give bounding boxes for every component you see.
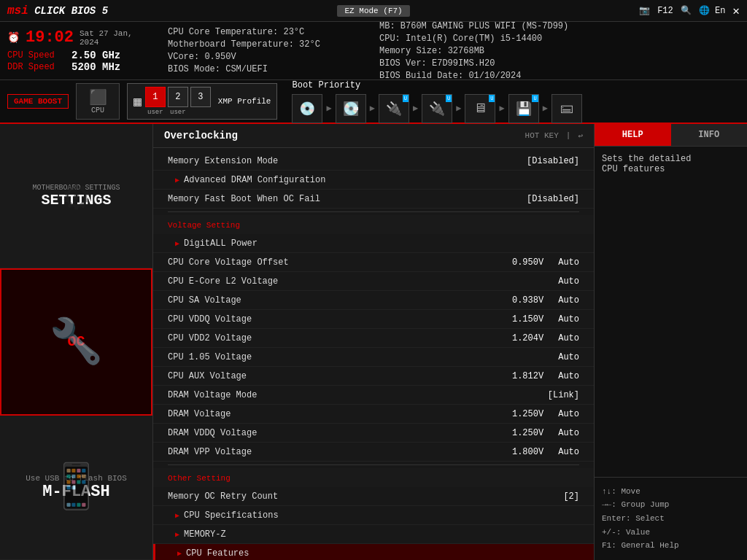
separator-icon: | — [566, 131, 571, 140]
close-button[interactable]: ✕ — [732, 4, 740, 18]
ddr-speed-label: DDR Speed — [7, 62, 66, 72]
setting-name: Memory Fast Boot When OC Fail — [168, 194, 527, 204]
xmp-button-1[interactable]: 1 — [145, 87, 166, 107]
ez-mode-button[interactable]: EZ Mode (F7) — [337, 5, 409, 17]
setting-cpu-vddq-voltage[interactable]: CPU VDDQ Voltage 1.150V Auto — [153, 310, 594, 329]
sidebar-item-mflash[interactable]: 📱 Use USB to flash BIOS M-FLASH — [0, 416, 152, 560]
separator-2 — [168, 464, 579, 465]
setting-value-auto: Auto — [558, 295, 579, 306]
ddr-speed-value: 5200 MHz — [71, 61, 120, 73]
boot-device-drive[interactable]: 🖴 — [551, 94, 582, 123]
setting-name: CPU Core Voltage Offset — [168, 257, 512, 268]
setting-memory-extension[interactable]: Memory Extension Mode [Disabled] — [153, 152, 594, 171]
main-area: ⚙ Motherboard settings SETTINGS 🔧 OC 📱 U… — [0, 124, 747, 560]
cpu-speed-label: CPU Speed — [7, 50, 66, 61]
usb-badge-3: U — [489, 95, 495, 102]
setting-dram-vddq-voltage[interactable]: DRAM VDDQ Voltage 1.250V Auto — [153, 424, 594, 443]
boot-device-optical[interactable]: 💽 — [336, 94, 366, 123]
back-icon[interactable]: ↩ — [578, 131, 583, 141]
setting-name: DRAM VPP Voltage — [168, 447, 512, 457]
mb-temp-row: Motherboard Temperature: 32°C — [168, 39, 372, 50]
key-guide-group-jump: →←: Group Jump — [602, 498, 740, 512]
search-icon[interactable]: 🔍 — [681, 5, 692, 16]
setting-value: [Link] — [548, 390, 579, 400]
sidebar-item-oc[interactable]: 🔧 OC — [0, 268, 152, 415]
sidebar: ⚙ Motherboard settings SETTINGS 🔧 OC 📱 U… — [0, 124, 153, 560]
setting-dram-voltage[interactable]: DRAM Voltage 1.250V Auto — [153, 405, 594, 424]
mem-size-value: 32768MB — [448, 46, 484, 56]
setting-value-num: 1.800V — [512, 447, 543, 457]
setting-cpu-specs[interactable]: CPU Specifications — [153, 506, 594, 525]
xmp-button-3[interactable]: 3 — [190, 87, 211, 107]
cpu-temp-value: 23°C — [283, 27, 304, 37]
game-boost-label[interactable]: GAME BOOST — [7, 94, 69, 109]
setting-cpu-vdd2-voltage[interactable]: CPU VDD2 Voltage 1.204V Auto — [153, 329, 594, 348]
setting-name: DRAM VDDQ Voltage — [168, 428, 512, 438]
boot-device-usb3[interactable]: 🖥 U — [465, 94, 495, 123]
language-selector[interactable]: 🌐 En — [699, 5, 726, 16]
cpu-temp-label: CPU Core Temperature: — [168, 27, 278, 37]
setting-name: CPU Specifications — [184, 510, 579, 521]
setting-value-auto: Auto — [558, 314, 579, 324]
mid-bar: GAME BOOST ⬛ CPU ▦ 1 2 3 user user XMP P… — [0, 80, 747, 124]
cpu-icon: ⬛ — [89, 88, 107, 106]
bios-build-row: BIOS Build Date: 01/10/2024 — [379, 71, 740, 81]
setting-memory-retry[interactable]: Memory OC Retry Count [2] — [153, 487, 594, 506]
setting-advanced-dram[interactable]: Advanced DRAM Configuration — [153, 171, 594, 190]
xmp-icon: ▦ — [133, 93, 142, 109]
setting-value-auto: Auto — [558, 428, 579, 438]
cpu-speed-row: CPU Speed 2.50 GHz — [7, 50, 153, 61]
boot-device-usb1[interactable]: 🔌 U — [379, 94, 409, 123]
setting-cpu-aux-voltage[interactable]: CPU AUX Voltage 1.812V Auto — [153, 367, 594, 386]
bios-build-value: 01/10/2024 — [468, 71, 521, 81]
bios-mode-row: BIOS Mode: CSM/UEFI — [168, 64, 372, 74]
setting-name: CPU VDD2 Voltage — [168, 333, 512, 343]
boot-priority-title: Boot Priority — [292, 80, 740, 90]
setting-name: DRAM Voltage — [168, 409, 512, 419]
boot-device-hdd[interactable]: 💿 — [292, 94, 322, 123]
time-line: ⏰ 19:02 Sat 27 Jan, 2024 — [7, 28, 153, 47]
section-title: Overclocking — [164, 130, 238, 141]
separator-1 — [168, 211, 579, 212]
mem-size-label: Memory Size: — [379, 46, 442, 56]
sidebar-item-settings[interactable]: ⚙ Motherboard settings SETTINGS — [0, 124, 152, 268]
setting-cpu-sa-voltage[interactable]: CPU SA Voltage 0.938V Auto — [153, 291, 594, 310]
setting-name: Memory OC Retry Count — [168, 491, 563, 502]
setting-dram-vpp-voltage[interactable]: DRAM VPP Voltage 1.800V Auto — [153, 443, 594, 462]
setting-digitall-power[interactable]: DigitALL Power — [153, 234, 594, 253]
setting-name: CPU SA Voltage — [168, 295, 512, 306]
bios-ver-label: BIOS Ver: — [379, 58, 427, 69]
screenshot-icon[interactable]: 📷 — [639, 5, 650, 16]
setting-cpu-105-voltage[interactable]: CPU 1.05 Voltage Auto — [153, 348, 594, 367]
bios-ver-value: E7D99IMS.H20 — [432, 58, 495, 69]
setting-value-num: 1.204V — [512, 333, 543, 343]
boot-arrow-1: ▶ — [326, 103, 331, 114]
setting-cpu-core-voltage[interactable]: CPU Core Voltage Offset 0.950V Auto — [153, 253, 594, 272]
setting-value-num: 1.812V — [512, 371, 543, 381]
setting-memory-z[interactable]: MEMORY-Z — [153, 525, 594, 544]
setting-cpu-features[interactable]: CPU Features — [153, 544, 594, 560]
bios-build-label: BIOS Build Date: — [379, 71, 463, 81]
help-text: Sets the detailed CPU features — [602, 154, 691, 174]
key-guide-enter: Enter: Select — [602, 512, 740, 526]
setting-dram-voltage-mode[interactable]: DRAM Voltage Mode [Link] — [153, 386, 594, 405]
boot-device-usb2[interactable]: 🔌 U — [422, 94, 452, 123]
top-right-controls: 📷 F12 🔍 🌐 En ✕ — [639, 4, 740, 18]
xmp-button-2[interactable]: 2 — [168, 87, 188, 107]
boot-device-usb4[interactable]: 💾 U — [508, 94, 539, 123]
cpu-box[interactable]: ⬛ CPU — [76, 83, 120, 120]
setting-memory-fast-boot[interactable]: Memory Fast Boot When OC Fail [Disabled] — [153, 190, 594, 209]
setting-value-auto: Auto — [558, 276, 579, 287]
tab-help[interactable]: HELP — [595, 124, 671, 146]
xmp-section: ▦ 1 2 3 user user XMP Profile — [127, 83, 277, 120]
setting-name: CPU E-Core L2 Voltage — [168, 276, 558, 287]
bios-ver-row: BIOS Ver: E7D99IMS.H20 — [379, 58, 740, 69]
setting-name: CPU VDDQ Voltage — [168, 314, 512, 324]
bios-mode-label: BIOS Mode: — [168, 64, 220, 74]
setting-name: CPU Features — [186, 548, 579, 559]
tab-info[interactable]: INFO — [671, 124, 748, 146]
hotkey-label[interactable]: HOT KEY — [525, 131, 559, 140]
setting-value-num: 1.250V — [512, 409, 543, 419]
setting-cpu-ecore-voltage[interactable]: CPU E-Core L2 Voltage Auto — [153, 272, 594, 291]
xmp-profile-label: XMP Profile — [218, 97, 271, 106]
